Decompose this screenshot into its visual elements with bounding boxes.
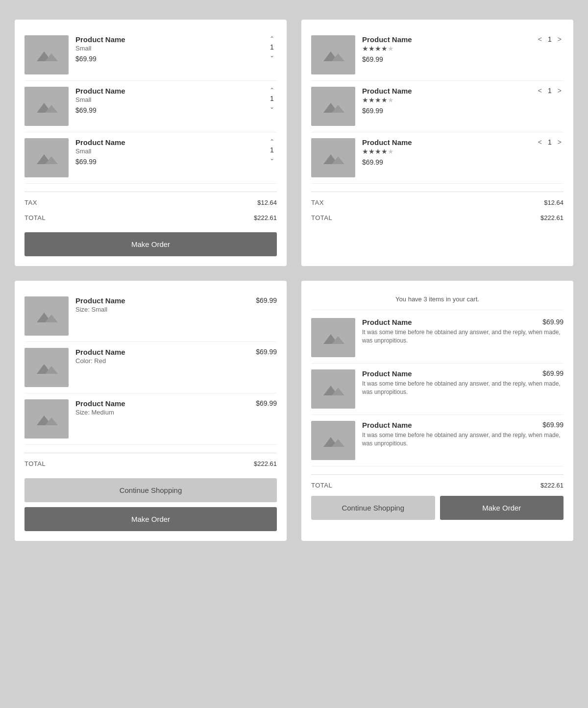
total-value: $222.61: [540, 482, 564, 489]
qty-decrease-btn[interactable]: ⌄: [268, 155, 276, 162]
product-name: Product Name: [75, 87, 262, 95]
total-label: TOTAL: [24, 214, 46, 221]
tax-label: TAX: [311, 199, 324, 206]
product-row: Product Name $69.99 Color: Red: [24, 342, 277, 393]
product-price: $69.99: [75, 55, 262, 63]
product-name-price-row: Product Name $69.99: [362, 318, 564, 326]
product-price: $69.99: [251, 399, 277, 407]
product-info: Product Name Small $69.99: [75, 87, 262, 114]
qty-prev-btn[interactable]: <: [536, 87, 544, 95]
product-thumbnail: [311, 421, 355, 460]
product-name: Product Name: [75, 296, 125, 305]
product-sub: Color: Red: [75, 357, 277, 365]
total-value: $222.61: [254, 214, 277, 221]
quantity-stepper[interactable]: ⌃ 1 ⌄: [262, 87, 277, 110]
total-row: TOTAL $222.61: [24, 458, 277, 469]
qty-next-btn[interactable]: >: [556, 87, 564, 95]
tax-value: $12.64: [257, 199, 277, 206]
qty-next-btn[interactable]: >: [556, 35, 564, 43]
product-row: Product Name $69.99 It was some time bef…: [311, 415, 564, 466]
total-row: TOTAL $222.61: [24, 212, 277, 223]
cart-notice: You have 3 items in your cart.: [311, 291, 564, 310]
make-order-button[interactable]: Make Order: [24, 507, 277, 531]
product-info: Product Name ★★★★★ $69.99: [362, 138, 536, 166]
summary-section: TOTAL $222.61 Continue Shopping Make Ord…: [311, 474, 564, 520]
product-thumbnail: [311, 87, 355, 126]
qty-value: 1: [547, 35, 553, 43]
qty-prev-btn[interactable]: <: [536, 138, 544, 146]
product-row: Product Name $69.99 It was some time bef…: [311, 312, 564, 364]
continue-shopping-button[interactable]: Continue Shopping: [24, 478, 277, 502]
card-c: Product Name $69.99 Size: Small Product …: [15, 281, 287, 541]
product-info: Product Name ★★★★★ $69.99: [362, 87, 536, 115]
product-row: Product Name ★★★★★ $69.99 < 1 >: [311, 81, 564, 132]
product-row: Product Name Small $69.99 ⌃ 1 ⌄: [24, 29, 277, 81]
product-price: $69.99: [362, 55, 536, 63]
make-order-button[interactable]: Make Order: [440, 496, 564, 520]
product-info: Product Name $69.99 It was some time bef…: [362, 318, 564, 345]
quantity-stepper[interactable]: < 1 >: [536, 138, 564, 146]
qty-decrease-btn[interactable]: ⌄: [268, 52, 276, 59]
product-thumbnail: [311, 318, 355, 357]
product-name: Product Name: [362, 138, 536, 146]
action-buttons: Continue Shopping Make Order: [311, 496, 564, 520]
product-name: Product Name: [362, 369, 412, 378]
tax-row: TAX $12.64: [24, 197, 277, 208]
product-price: $69.99: [251, 348, 277, 356]
total-row: TOTAL $222.61: [311, 480, 564, 491]
quantity-stepper[interactable]: ⌃ 1 ⌄: [262, 138, 277, 162]
product-thumbnail: [24, 87, 69, 126]
product-price: $69.99: [75, 106, 262, 114]
product-thumbnail: [24, 399, 69, 439]
qty-increase-btn[interactable]: ⌃: [268, 138, 276, 145]
qty-decrease-btn[interactable]: ⌄: [268, 103, 276, 110]
quantity-stepper[interactable]: < 1 >: [536, 87, 564, 95]
continue-shopping-button[interactable]: Continue Shopping: [311, 496, 435, 520]
product-row: Product Name $69.99 It was some time bef…: [311, 364, 564, 415]
tax-value: $12.64: [544, 199, 564, 206]
product-stars: ★★★★★: [362, 96, 536, 104]
qty-prev-btn[interactable]: <: [536, 35, 544, 43]
product-info: Product Name $69.99 Color: Red: [75, 348, 277, 365]
qty-increase-btn[interactable]: ⌃: [268, 35, 276, 42]
product-sub: Size: Medium: [75, 409, 277, 416]
total-label: TOTAL: [24, 460, 46, 467]
product-row: Product Name $69.99 Size: Medium: [24, 393, 277, 445]
qty-next-btn[interactable]: >: [556, 138, 564, 146]
tax-label: TAX: [24, 199, 37, 206]
total-row: TOTAL $222.61: [311, 212, 564, 223]
product-thumbnail: [311, 35, 355, 74]
product-sub: Size: Small: [75, 306, 277, 313]
product-info: Product Name $69.99 Size: Small: [75, 296, 277, 313]
summary-section: TAX $12.64 TOTAL $222.61 Make Order: [24, 192, 277, 256]
product-row: Product Name ★★★★★ $69.99 < 1 >: [311, 132, 564, 184]
product-name: Product Name: [75, 138, 262, 146]
product-info: Product Name $69.99 It was some time bef…: [362, 369, 564, 396]
product-price: $69.99: [362, 158, 536, 166]
product-stars: ★★★★★: [362, 45, 536, 52]
product-price: $69.99: [362, 107, 536, 115]
product-sub: Small: [75, 45, 262, 52]
product-thumbnail: [24, 348, 69, 387]
qty-value: 1: [270, 43, 274, 51]
total-label: TOTAL: [311, 482, 332, 489]
summary-section: TAX $12.64 TOTAL $222.61: [311, 192, 564, 223]
quantity-stepper[interactable]: < 1 >: [536, 35, 564, 43]
summary-section: TOTAL $222.61 Continue Shopping Make Ord…: [24, 453, 277, 531]
make-order-button[interactable]: Make Order: [24, 232, 277, 256]
product-price: $69.99: [251, 296, 277, 304]
product-name-price-row: Product Name $69.99: [75, 348, 277, 356]
card-b: Product Name ★★★★★ $69.99 < 1 > Product …: [301, 20, 573, 266]
product-info: Product Name Small $69.99: [75, 35, 262, 63]
tax-row: TAX $12.64: [311, 197, 564, 208]
product-name: Product Name: [362, 35, 536, 44]
quantity-stepper[interactable]: ⌃ 1 ⌄: [262, 35, 277, 59]
product-description: It was some time before he obtained any …: [362, 380, 564, 396]
product-description: It was some time before he obtained any …: [362, 431, 564, 448]
product-row: Product Name $69.99 Size: Small: [24, 291, 277, 342]
product-name: Product Name: [362, 318, 412, 326]
total-value: $222.61: [254, 460, 277, 467]
qty-increase-btn[interactable]: ⌃: [268, 87, 276, 94]
product-name: Product Name: [75, 348, 125, 356]
card-a: Product Name Small $69.99 ⌃ 1 ⌄ Product …: [15, 20, 287, 266]
